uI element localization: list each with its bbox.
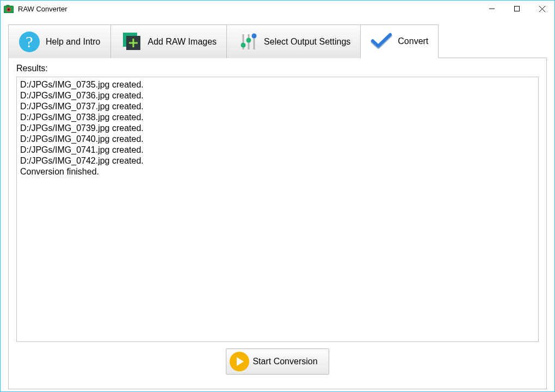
settings-sliders-icon bbox=[237, 31, 258, 53]
tab-label: Select Output Settings bbox=[264, 37, 350, 47]
tab-label: Add RAW Images bbox=[148, 37, 217, 47]
tab-help[interactable]: ? Help and Intro bbox=[8, 24, 111, 58]
window-controls bbox=[479, 1, 554, 17]
button-row: Start Conversion bbox=[16, 349, 539, 375]
client-area: ? Help and Intro Add RAW Images bbox=[1, 17, 554, 391]
svg-point-17 bbox=[241, 42, 246, 47]
tab-add-images[interactable]: Add RAW Images bbox=[110, 24, 227, 58]
tab-label: Convert bbox=[398, 36, 428, 46]
close-button[interactable] bbox=[529, 1, 554, 17]
svg-marker-20 bbox=[237, 357, 244, 366]
play-icon bbox=[230, 352, 249, 371]
title-bar[interactable]: RAW Converter bbox=[1, 1, 554, 17]
start-button-label: Start Conversion bbox=[252, 357, 317, 366]
add-images-icon bbox=[121, 31, 143, 53]
minimize-button[interactable] bbox=[479, 1, 504, 17]
app-window: RAW Converter ? Help and In bbox=[0, 0, 555, 392]
tab-label: Help and Intro bbox=[46, 37, 101, 47]
window-title: RAW Converter bbox=[18, 5, 479, 13]
svg-point-19 bbox=[252, 33, 257, 38]
results-textbox[interactable]: D:/JPGs/IMG_0735.jpg created. D:/JPGs/IM… bbox=[16, 77, 539, 342]
start-conversion-button[interactable]: Start Conversion bbox=[226, 349, 329, 375]
svg-rect-1 bbox=[7, 5, 9, 7]
tab-convert[interactable]: Convert bbox=[360, 24, 439, 58]
tab-output-settings[interactable]: Select Output Settings bbox=[226, 24, 361, 58]
svg-text:?: ? bbox=[26, 33, 33, 51]
tab-row: ? Help and Intro Add RAW Images bbox=[8, 24, 547, 58]
app-icon bbox=[4, 5, 14, 13]
results-label: Results: bbox=[16, 64, 539, 73]
svg-point-3 bbox=[8, 9, 10, 11]
convert-panel: Results: D:/JPGs/IMG_0735.jpg created. D… bbox=[8, 58, 547, 389]
svg-point-18 bbox=[246, 38, 251, 42]
maximize-button[interactable] bbox=[504, 1, 529, 17]
help-icon: ? bbox=[18, 31, 40, 53]
checkmark-icon bbox=[371, 30, 392, 52]
svg-rect-5 bbox=[515, 7, 520, 11]
